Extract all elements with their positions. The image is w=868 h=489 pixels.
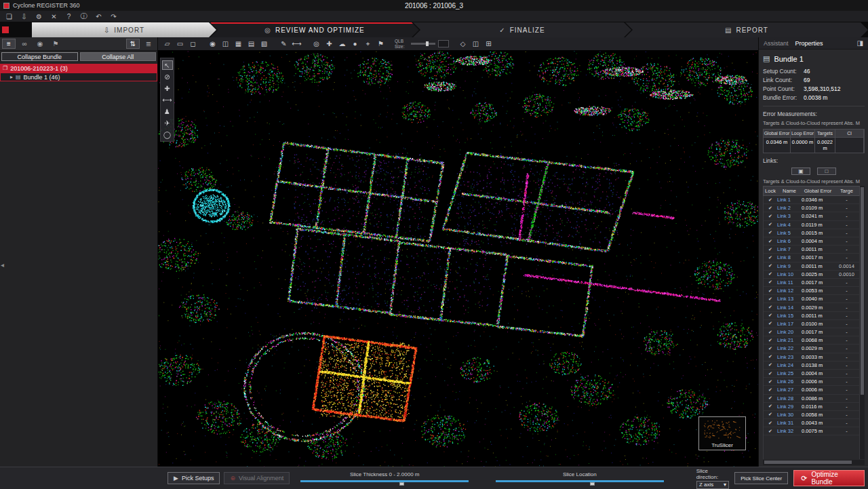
link-lock-check-icon[interactable]: ✔ — [764, 346, 777, 351]
link-lock-check-icon[interactable]: ✔ — [764, 222, 777, 227]
tab-assistant[interactable]: Assistant — [764, 40, 789, 47]
links-column-header[interactable]: Name — [777, 187, 802, 195]
links-column-header[interactable]: Lock — [764, 187, 777, 195]
link-name[interactable]: Link 15 — [777, 313, 802, 319]
slice-location-handle[interactable] — [590, 482, 595, 486]
measure-icon[interactable]: ⟷ — [291, 39, 302, 50]
link-lock-check-icon[interactable]: ✔ — [764, 296, 777, 302]
info-icon[interactable]: ⓘ — [79, 12, 88, 21]
link-row[interactable]: ✔Link 130.0040 m- — [764, 295, 859, 303]
links-view-icon[interactable]: ∞ — [18, 39, 31, 49]
draw-icon[interactable]: ✎ — [278, 39, 290, 50]
split-view-icon[interactable]: ◫ — [470, 39, 481, 50]
link-row[interactable]: ✔Link 50.0015 m- — [764, 229, 859, 237]
link-name[interactable]: Link 5 — [777, 230, 802, 236]
redo-icon[interactable]: ↷ — [109, 13, 118, 20]
link-row[interactable]: ✔Link 250.0004 m- — [764, 370, 859, 378]
link-row[interactable]: ✔Link 30.0241 m- — [764, 212, 859, 220]
target-icon[interactable]: ⌖ — [362, 39, 374, 50]
link-lock-check-icon[interactable]: ✔ — [764, 271, 777, 277]
tree-item-project[interactable]: ❐ 201006-210223-1 (3) — [0, 64, 157, 73]
workflow-tab-review-and-optimize[interactable]: ◎ REVIEW AND OPTIMIZE — [210, 22, 419, 37]
link-name[interactable]: Link 28 — [777, 395, 802, 402]
rect-select-icon[interactable]: ▭ — [174, 39, 186, 50]
link-row[interactable]: ✔Link 290.0116 m- — [764, 403, 859, 411]
link-lock-check-icon[interactable]: ✔ — [764, 429, 777, 434]
link-lock-check-icon[interactable]: ✔ — [764, 313, 777, 318]
zoom-window-icon[interactable]: ◻ — [187, 39, 199, 50]
walk-icon[interactable]: ♟ — [162, 106, 173, 116]
link-name[interactable]: Link 22 — [777, 345, 802, 351]
link-row[interactable]: ✔Link 140.0029 m- — [764, 303, 859, 311]
link-lock-check-icon[interactable]: ✔ — [764, 305, 777, 310]
settings-icon[interactable]: ⚙ — [35, 13, 43, 20]
delete-icon[interactable]: ✕ — [50, 13, 58, 20]
link-name[interactable]: Link 30 — [777, 412, 802, 418]
flag-icon[interactable]: ⚑ — [375, 39, 387, 50]
link-name[interactable]: Link 1 — [777, 197, 802, 203]
link-row[interactable]: ✔Link 20.0109 m- — [764, 204, 859, 212]
open-folder-icon[interactable]: ❏ — [5, 13, 14, 20]
undo-icon[interactable]: ↶ — [94, 13, 103, 20]
slice-direction-select[interactable]: Z axis ▾ — [696, 481, 729, 489]
point-icon[interactable]: ● — [349, 39, 361, 50]
link-row[interactable]: ✔Link 100.0025 m0.0010 — [764, 271, 859, 279]
link-row[interactable]: ✔Link 320.0075 m- — [764, 427, 859, 435]
link-row[interactable]: ✔Link 170.0100 m- — [764, 320, 859, 328]
link-row[interactable]: ✔Link 270.0006 m- — [764, 386, 859, 394]
slice-location-slider[interactable] — [496, 480, 664, 486]
pan-icon[interactable]: ✚ — [162, 83, 173, 93]
link-name[interactable]: Link 12 — [777, 288, 802, 294]
link-row[interactable]: ✔Link 260.0006 m- — [764, 378, 859, 386]
truslicer-minimap[interactable]: TruSlicer — [698, 416, 746, 450]
link-lock-check-icon[interactable]: ✔ — [764, 395, 777, 401]
move-icon[interactable]: ✚ — [323, 39, 335, 50]
link-row[interactable]: ✔Link 280.0086 m- — [764, 395, 859, 403]
link-name[interactable]: Link 23 — [777, 354, 802, 360]
slice-thickness-slider[interactable] — [300, 480, 469, 486]
link-row[interactable]: ✔Link 110.0017 m- — [764, 279, 859, 287]
link-lock-check-icon[interactable]: ✔ — [764, 197, 777, 203]
unlock-links-button[interactable]: □ — [817, 168, 836, 175]
links-horizontal-scrollbar[interactable] — [763, 460, 865, 465]
workflow-tab-finalize[interactable]: ✓ FINALIZE — [413, 22, 631, 37]
link-name[interactable]: Link 3 — [777, 213, 802, 219]
link-row[interactable]: ✔Link 200.0017 m- — [764, 328, 859, 336]
link-name[interactable]: Link 8 — [777, 254, 802, 260]
link-lock-check-icon[interactable]: ✔ — [764, 255, 777, 260]
workflow-tab-import[interactable]: ⇩ IMPORT — [32, 22, 216, 37]
import-icon[interactable]: ⇩ — [20, 13, 28, 20]
panorama-icon[interactable]: ▤ — [245, 39, 257, 50]
link-row[interactable]: ✔Link 210.0068 m- — [764, 336, 859, 345]
point-cloud-view[interactable]: ↖⊘✚⟷♟✈◯ TruSlicer — [158, 51, 758, 467]
fly-icon[interactable]: ✈ — [162, 118, 173, 128]
link-lock-check-icon[interactable]: ✔ — [764, 214, 777, 219]
links-column-header[interactable]: Global Error — [802, 187, 834, 195]
orbit-icon[interactable]: ◯ — [162, 130, 173, 139]
link-name[interactable]: Link 24 — [777, 362, 802, 368]
link-lock-check-icon[interactable]: ✔ — [764, 404, 777, 409]
link-name[interactable]: Link 2 — [777, 205, 802, 211]
link-name[interactable]: Link 27 — [777, 387, 802, 393]
link-name[interactable]: Link 6 — [777, 238, 802, 244]
sidebar-collapse-handle[interactable]: ◂ — [1, 261, 4, 269]
link-name[interactable]: Link 13 — [777, 296, 802, 302]
link-row[interactable]: ✔Link 60.0004 m- — [764, 237, 859, 246]
link-row[interactable]: ✔Link 40.0119 m- — [764, 221, 859, 229]
link-name[interactable]: Link 7 — [777, 246, 802, 252]
links-column-header[interactable]: Targe — [834, 187, 859, 195]
tab-properties[interactable]: Properties — [795, 40, 823, 47]
link-lock-check-icon[interactable]: ✔ — [764, 288, 777, 294]
link-row[interactable]: ✔Link 90.0011 m0.0014 — [764, 262, 859, 271]
link-lock-check-icon[interactable]: ✔ — [764, 230, 777, 235]
link-lock-check-icon[interactable]: ✔ — [764, 420, 777, 426]
link-lock-check-icon[interactable]: ✔ — [764, 354, 777, 359]
tree-item-bundle[interactable]: ▸ ▤ Bundle 1 (46) — [0, 73, 157, 81]
list-icon[interactable]: ≣ — [142, 39, 155, 49]
point-cloud-canvas[interactable] — [158, 51, 758, 467]
seek-icon[interactable]: ◎ — [311, 39, 322, 50]
workflow-tab-report[interactable]: ▤ REPORT — [625, 22, 868, 37]
link-row[interactable]: ✔Link 220.0029 m- — [764, 345, 859, 353]
cloud-icon[interactable]: ☁ — [336, 39, 348, 50]
help-icon[interactable]: ? — [64, 13, 73, 20]
